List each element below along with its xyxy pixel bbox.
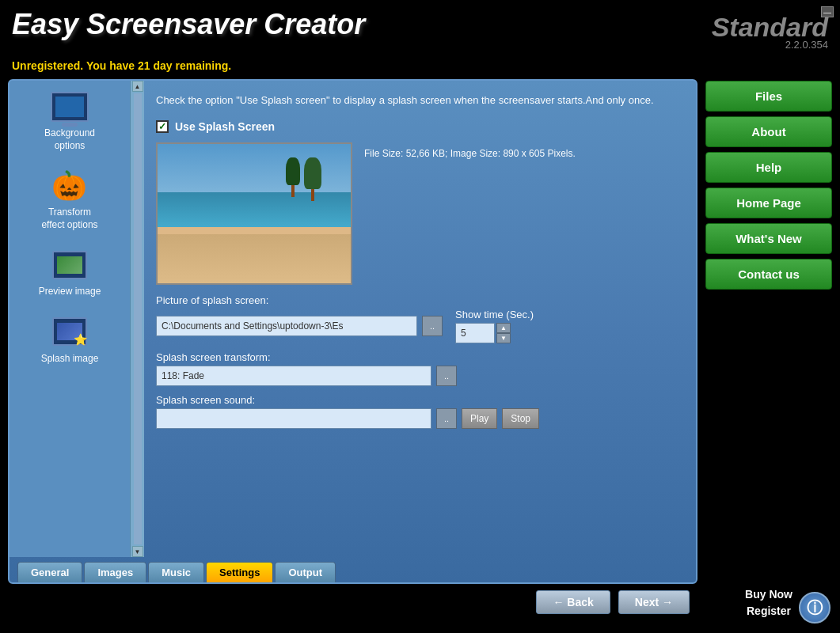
tab-settings[interactable]: Settings: [206, 562, 273, 582]
sound-input[interactable]: [156, 408, 431, 429]
sidebar-item-transform[interactable]: 🎃 Transformeffect options: [41, 168, 112, 231]
image-preview-row: File Size: 52,66 KB; Image Size: 890 x 6…: [156, 142, 684, 285]
sidebar-item-splash[interactable]: ⭐ Splash image: [41, 314, 113, 366]
left-area: Backgroundoptions 🎃 Transformeffect opti…: [8, 79, 697, 617]
sound-label: Splash screen sound:: [156, 394, 684, 406]
spinner-up-button[interactable]: ▲: [496, 323, 511, 333]
main-content: Check the option "Use Splash screen" to …: [144, 81, 696, 557]
preview-image-icon: [50, 247, 89, 282]
description-text: Check the option "Use Splash screen" to …: [156, 93, 684, 108]
minimize-button[interactable]: —: [821, 6, 834, 17]
splash-image-preview: [156, 142, 352, 285]
show-time-block: Show time (Sec.) ▲ ▼: [455, 309, 534, 343]
picture-label: Picture of splash screen:: [156, 294, 684, 306]
transform-form-row: ..: [156, 366, 684, 386]
sidebar-label-background: Backgroundoptions: [44, 127, 95, 152]
transform-browse-button[interactable]: ..: [436, 366, 457, 386]
content-inner: Backgroundoptions 🎃 Transformeffect opti…: [10, 81, 696, 557]
spinner-row: ▲ ▼: [455, 323, 511, 343]
files-button[interactable]: Files: [705, 81, 832, 112]
tab-general[interactable]: General: [17, 562, 82, 582]
transform-form-group: Splash screen transform: ..: [156, 351, 684, 386]
scroll-up-arrow[interactable]: ▲: [132, 81, 143, 92]
scroll-down-arrow[interactable]: ▼: [132, 546, 143, 557]
play-button[interactable]: Play: [462, 408, 497, 429]
use-splash-checkbox[interactable]: ✓: [156, 120, 169, 133]
picture-browse-button[interactable]: ..: [422, 316, 443, 336]
transform-input[interactable]: [156, 366, 431, 386]
unregistered-text: Unregistered. You have 21 day remaining.: [12, 59, 231, 72]
info-button[interactable]: ⓘ: [799, 592, 830, 624]
sidebar: Backgroundoptions 🎃 Transformeffect opti…: [10, 81, 144, 557]
picture-form-group: Picture of splash screen: .. Show time (…: [156, 294, 684, 343]
spinner-down-button[interactable]: ▼: [496, 333, 511, 343]
show-time-label: Show time (Sec.): [455, 309, 534, 320]
right-sidebar: Files About Help Home Page What's New Co…: [705, 79, 832, 617]
sidebar-item-preview[interactable]: Preview image: [39, 247, 116, 298]
show-time-input[interactable]: [455, 323, 495, 343]
sidebar-label-transform: Transformeffect options: [41, 207, 97, 231]
content-panel: Backgroundoptions 🎃 Transformeffect opti…: [8, 79, 697, 584]
help-button[interactable]: Help: [705, 152, 832, 183]
tab-output[interactable]: Output: [275, 562, 336, 582]
back-button[interactable]: ← Back: [536, 590, 610, 614]
contact-us-button[interactable]: Contact us: [705, 259, 832, 290]
checkbox-check-mark: ✓: [158, 121, 166, 132]
app-title: Easy Screensaver Creator: [12, 8, 365, 41]
tabs-bar: General Images Music Settings Output: [10, 557, 696, 582]
sidebar-label-preview: Preview image: [39, 286, 101, 298]
title-bar: Easy Screensaver Creator Standard 2.2.0.…: [0, 0, 840, 55]
next-button[interactable]: Next →: [618, 590, 690, 614]
scroll-thumb[interactable]: [134, 93, 142, 544]
monitor-icon: [50, 89, 89, 124]
version-block: Standard 2.2.0.354: [712, 12, 828, 51]
nav-buttons: ← Back Next →: [8, 584, 697, 617]
use-splash-checkbox-row[interactable]: ✓ Use Splash Screen: [156, 120, 684, 133]
sound-row: .. Play Stop: [156, 408, 684, 429]
picture-form-row: .. Show time (Sec.) ▲ ▼: [156, 309, 684, 343]
whats-new-button[interactable]: What's New: [705, 223, 832, 254]
stop-button[interactable]: Stop: [502, 408, 539, 429]
use-splash-label: Use Splash Screen: [175, 120, 275, 133]
sound-browse-button[interactable]: ..: [436, 408, 457, 429]
transform-label: Splash screen transform:: [156, 351, 684, 363]
main-layout: Backgroundoptions 🎃 Transformeffect opti…: [0, 79, 840, 625]
beach-trees: [286, 157, 321, 201]
picture-path-input[interactable]: [156, 316, 417, 336]
tab-music[interactable]: Music: [148, 562, 204, 582]
about-button[interactable]: About: [705, 116, 832, 147]
sidebar-label-splash: Splash image: [41, 353, 99, 366]
homepage-button[interactable]: Home Page: [705, 188, 832, 218]
sidebar-item-background[interactable]: Backgroundoptions: [44, 89, 109, 152]
tab-images[interactable]: Images: [84, 562, 146, 582]
sound-form-group: Splash screen sound: .. Play Stop: [156, 394, 684, 429]
version-number: 2.2.0.354: [785, 39, 828, 51]
pumpkin-icon: 🎃: [50, 168, 89, 203]
unregistered-bar: Unregistered. You have 21 day remaining.: [0, 55, 840, 79]
sidebar-scrollbar[interactable]: ▲ ▼: [130, 81, 144, 557]
file-info: File Size: 52,66 KB; Image Size: 890 x 6…: [364, 142, 576, 161]
splash-image-icon: ⭐: [50, 314, 89, 350]
spinner-buttons: ▲ ▼: [496, 323, 511, 343]
